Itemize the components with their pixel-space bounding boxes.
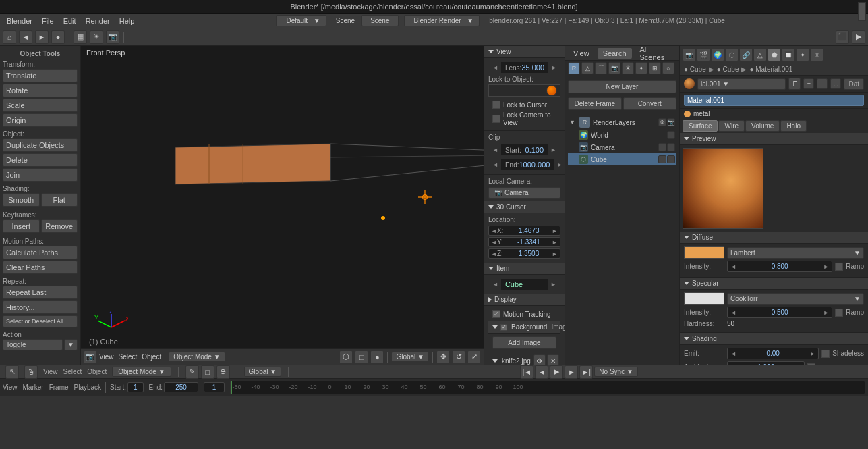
toolbar-icon-anim[interactable]: ▶ bbox=[852, 30, 865, 44]
toolbar-icon-mesh[interactable]: ▦ bbox=[74, 30, 87, 44]
toolbar-icon-right[interactable]: ► bbox=[35, 30, 49, 44]
intensity-field[interactable]: ◄ 0.800 ► bbox=[727, 261, 832, 272]
lens-arrow-left[interactable]: ◄ bbox=[492, 64, 498, 71]
origin-btn[interactable]: Origin bbox=[3, 113, 78, 127]
mat-plus-btn[interactable]: + bbox=[803, 78, 814, 89]
item-name-display[interactable]: Cube bbox=[501, 279, 548, 290]
cursor-z-arrow-r[interactable]: ► bbox=[552, 250, 558, 257]
mat-f-btn[interactable]: F bbox=[788, 78, 801, 90]
specular-shader-select[interactable]: CookTorr ▼ bbox=[727, 293, 864, 305]
specular-header[interactable]: Specular bbox=[680, 278, 868, 290]
prev-frame-btn[interactable]: ◄ bbox=[535, 365, 548, 379]
new-layer-btn[interactable]: New Layer bbox=[568, 80, 676, 93]
draw-icon[interactable]: ✎ bbox=[185, 365, 199, 379]
tab-wire[interactable]: Wire bbox=[718, 120, 745, 132]
convert-btn[interactable]: Convert bbox=[623, 97, 677, 110]
motion-tracking-cb[interactable]: ✓ bbox=[492, 310, 500, 318]
vp-select-btn[interactable]: Select bbox=[119, 353, 138, 361]
menu-edit[interactable]: Edit bbox=[59, 16, 80, 26]
clear-paths-btn[interactable]: Clear Paths bbox=[3, 261, 78, 274]
diffuse-header[interactable]: Diffuse bbox=[680, 232, 868, 244]
view-label[interactable]: View bbox=[43, 368, 58, 375]
tab-search[interactable]: Search bbox=[598, 48, 632, 59]
display-section-header[interactable]: Item Display bbox=[484, 294, 565, 306]
mat-icon-scene[interactable]: 🎬 bbox=[697, 48, 710, 61]
spec-ramp-cb[interactable] bbox=[835, 309, 843, 317]
cursor-y-arrow-l[interactable]: ◄ bbox=[491, 239, 497, 246]
tree-cube[interactable]: ⬡ Cube bbox=[568, 153, 676, 165]
tl-frame-btn[interactable]: Frame bbox=[49, 384, 69, 391]
toolbar-icon-light[interactable]: ☀ bbox=[90, 30, 103, 44]
object-mode-dropdown[interactable]: Object Mode ▼ bbox=[169, 352, 225, 362]
tab-volume[interactable]: Volume bbox=[745, 120, 780, 132]
repeat-last-btn[interactable]: Repeat Last bbox=[3, 286, 78, 299]
next-frame-btn[interactable]: ► bbox=[565, 365, 578, 379]
vp-icon-wireframe[interactable]: □ bbox=[355, 350, 368, 364]
layer-icon-render[interactable]: R bbox=[568, 62, 580, 74]
skip-start-btn[interactable]: |◄ bbox=[520, 365, 533, 379]
clip-start-arrow-l[interactable]: ◄ bbox=[492, 147, 498, 153]
view-section-header[interactable]: View bbox=[484, 46, 565, 58]
skip-end-btn[interactable]: ►| bbox=[579, 365, 593, 379]
default-dropdown[interactable]: Default ▼ bbox=[276, 15, 326, 26]
vp-object-btn[interactable]: Object bbox=[142, 353, 161, 361]
mat-icon-constraint[interactable]: 🔗 bbox=[739, 48, 753, 61]
shadeless-cb[interactable] bbox=[821, 350, 830, 358]
tl-end-val[interactable]: 250 bbox=[164, 382, 198, 392]
cube-vis-btn[interactable] bbox=[658, 155, 666, 163]
clip-end-arrow-l[interactable]: ◄ bbox=[492, 161, 498, 168]
specular-color-swatch[interactable] bbox=[684, 292, 724, 305]
vp-icon-solid[interactable]: ● bbox=[370, 350, 384, 364]
insert-btn[interactable]: Insert bbox=[3, 219, 40, 233]
layer-icon-armature[interactable]: ✦ bbox=[635, 62, 647, 74]
mat-name-input[interactable] bbox=[684, 95, 864, 106]
lens-display[interactable]: Lens: 35.000 bbox=[501, 62, 548, 73]
diffuse-ramp-cb[interactable] bbox=[835, 263, 843, 271]
mat-icon-object[interactable]: ⬡ bbox=[725, 48, 739, 61]
engine-dropdown[interactable]: Blender Render ▼ bbox=[404, 15, 480, 26]
mat-dropdown[interactable]: ial.001 ▼ bbox=[697, 78, 786, 90]
mat-icon-texture[interactable]: 🔲 bbox=[782, 48, 795, 61]
bg-images-header[interactable]: ✓ Background Images bbox=[488, 321, 560, 334]
cursor-z-arrow-l[interactable]: ◄ bbox=[491, 250, 497, 257]
world-render-btn[interactable] bbox=[667, 131, 675, 139]
cursor-x-arrow-l[interactable]: ◄ bbox=[491, 228, 497, 234]
menu-file[interactable]: File bbox=[38, 16, 58, 26]
vp-icon-move[interactable]: ✥ bbox=[436, 350, 450, 364]
item-arrow-r[interactable]: ► bbox=[550, 281, 556, 288]
delete-frame-btn[interactable]: Delete Frame bbox=[568, 97, 622, 110]
no-sync-btn[interactable]: No Sync ▼ bbox=[594, 367, 637, 377]
item-arrow-l[interactable]: ◄ bbox=[492, 281, 498, 288]
select-label[interactable]: Select bbox=[63, 368, 82, 375]
spec-intensity-field[interactable]: ◄ 0.500 ► bbox=[727, 307, 832, 318]
toolbar-icon-eye[interactable]: ● bbox=[51, 30, 65, 44]
layer-icon-lamp[interactable]: ☀ bbox=[622, 62, 634, 74]
mat-icon-data[interactable]: △ bbox=[753, 48, 767, 61]
layer-icon-empty[interactable]: ○ bbox=[662, 62, 674, 74]
toolbar-icon-camera[interactable]: 📷 bbox=[106, 30, 119, 44]
clip-start-arrow-r[interactable]: ► bbox=[550, 147, 556, 153]
scale-btn[interactable]: Scale bbox=[3, 99, 78, 112]
mat-icon-particles[interactable]: ✦ bbox=[796, 48, 809, 61]
item-section-header[interactable]: Item bbox=[484, 263, 565, 275]
clip-start-display[interactable]: Start: 0.100 bbox=[501, 144, 548, 155]
cube-render-btn[interactable] bbox=[667, 155, 675, 163]
mat-dat-btn[interactable]: Dat bbox=[844, 78, 864, 90]
mat-icon-render[interactable]: 📷 bbox=[683, 48, 696, 61]
tl-current-val[interactable]: 1 bbox=[204, 382, 225, 392]
tl-view-btn[interactable]: View bbox=[3, 384, 18, 391]
tl-start-val[interactable]: 1 bbox=[127, 382, 144, 392]
clip-end-arrow-r[interactable]: ► bbox=[556, 161, 562, 168]
vp-icon-rotate[interactable]: ↺ bbox=[452, 350, 465, 364]
duplicate-btn[interactable]: Duplicate Objects bbox=[3, 138, 78, 152]
mat-icon-world[interactable]: 🌍 bbox=[711, 48, 724, 61]
cursor-x-arrow-r[interactable]: ► bbox=[552, 228, 558, 234]
shading-header[interactable]: Shading bbox=[680, 333, 868, 345]
action-dropdown[interactable]: ▼ bbox=[64, 339, 78, 350]
history-btn[interactable]: History... bbox=[3, 300, 78, 314]
rl-vis-icon[interactable]: 👁 bbox=[658, 118, 666, 126]
layer-icon-camera2[interactable]: 📷 bbox=[608, 62, 620, 74]
delete-btn[interactable]: Delete bbox=[3, 153, 78, 167]
tl-marker-btn[interactable]: Marker bbox=[23, 384, 44, 391]
menu-blender[interactable]: Blender bbox=[3, 16, 36, 26]
